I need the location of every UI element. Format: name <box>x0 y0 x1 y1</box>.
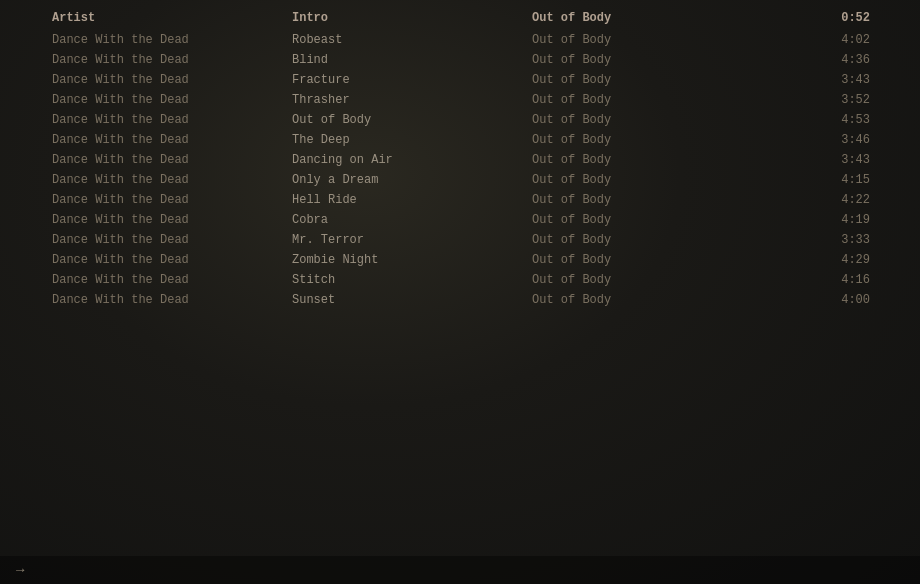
track-duration: 4:53 <box>732 112 870 128</box>
track-artist: Dance With the Dead <box>52 32 292 48</box>
track-album: Out of Body <box>532 152 732 168</box>
track-artist: Dance With the Dead <box>52 72 292 88</box>
arrow-icon: → <box>16 562 24 578</box>
track-duration: 3:46 <box>732 132 870 148</box>
track-artist: Dance With the Dead <box>52 172 292 188</box>
track-list-header: Artist Intro Out of Body 0:52 <box>0 8 920 28</box>
track-title: The Deep <box>292 132 532 148</box>
table-row[interactable]: Dance With the DeadMr. TerrorOut of Body… <box>0 230 920 250</box>
table-row[interactable]: Dance With the DeadThe DeepOut of Body3:… <box>0 130 920 150</box>
track-album: Out of Body <box>532 272 732 288</box>
table-row[interactable]: Dance With the DeadOut of BodyOut of Bod… <box>0 110 920 130</box>
header-title: Intro <box>292 10 532 26</box>
track-duration: 4:00 <box>732 292 870 308</box>
header-album: Out of Body <box>532 10 732 26</box>
track-title: Mr. Terror <box>292 232 532 248</box>
track-title: Out of Body <box>292 112 532 128</box>
table-row[interactable]: Dance With the DeadHell RideOut of Body4… <box>0 190 920 210</box>
table-row[interactable]: Dance With the DeadStitchOut of Body4:16 <box>0 270 920 290</box>
table-row[interactable]: Dance With the DeadBlindOut of Body4:36 <box>0 50 920 70</box>
track-artist: Dance With the Dead <box>52 292 292 308</box>
track-artist: Dance With the Dead <box>52 232 292 248</box>
table-row[interactable]: Dance With the DeadZombie NightOut of Bo… <box>0 250 920 270</box>
table-row[interactable]: Dance With the DeadThrasherOut of Body3:… <box>0 90 920 110</box>
track-artist: Dance With the Dead <box>52 212 292 228</box>
track-artist: Dance With the Dead <box>52 252 292 268</box>
track-artist: Dance With the Dead <box>52 52 292 68</box>
track-album: Out of Body <box>532 112 732 128</box>
table-row[interactable]: Dance With the DeadRobeastOut of Body4:0… <box>0 30 920 50</box>
track-artist: Dance With the Dead <box>52 272 292 288</box>
track-artist: Dance With the Dead <box>52 192 292 208</box>
track-album: Out of Body <box>532 72 732 88</box>
track-album: Out of Body <box>532 172 732 188</box>
track-album: Out of Body <box>532 292 732 308</box>
track-list: Artist Intro Out of Body 0:52 Dance With… <box>0 0 920 318</box>
track-artist: Dance With the Dead <box>52 92 292 108</box>
track-duration: 4:22 <box>732 192 870 208</box>
track-album: Out of Body <box>532 52 732 68</box>
track-artist: Dance With the Dead <box>52 152 292 168</box>
track-title: Blind <box>292 52 532 68</box>
track-album: Out of Body <box>532 192 732 208</box>
track-artist: Dance With the Dead <box>52 132 292 148</box>
table-row[interactable]: Dance With the DeadSunsetOut of Body4:00 <box>0 290 920 310</box>
track-duration: 4:16 <box>732 272 870 288</box>
track-duration: 4:36 <box>732 52 870 68</box>
header-artist: Artist <box>52 10 292 26</box>
track-title: Hell Ride <box>292 192 532 208</box>
track-title: Thrasher <box>292 92 532 108</box>
track-album: Out of Body <box>532 252 732 268</box>
bottom-bar: → <box>0 556 920 584</box>
track-title: Dancing on Air <box>292 152 532 168</box>
header-duration: 0:52 <box>732 10 870 26</box>
track-artist: Dance With the Dead <box>52 112 292 128</box>
track-title: Cobra <box>292 212 532 228</box>
track-album: Out of Body <box>532 212 732 228</box>
track-duration: 3:43 <box>732 72 870 88</box>
track-duration: 3:43 <box>732 152 870 168</box>
track-duration: 4:29 <box>732 252 870 268</box>
track-album: Out of Body <box>532 132 732 148</box>
table-row[interactable]: Dance With the DeadFractureOut of Body3:… <box>0 70 920 90</box>
track-title: Zombie Night <box>292 252 532 268</box>
track-duration: 3:33 <box>732 232 870 248</box>
track-album: Out of Body <box>532 92 732 108</box>
track-album: Out of Body <box>532 232 732 248</box>
table-row[interactable]: Dance With the DeadCobraOut of Body4:19 <box>0 210 920 230</box>
track-title: Sunset <box>292 292 532 308</box>
track-title: Fracture <box>292 72 532 88</box>
track-title: Stitch <box>292 272 532 288</box>
track-duration: 4:19 <box>732 212 870 228</box>
table-row[interactable]: Dance With the DeadOnly a DreamOut of Bo… <box>0 170 920 190</box>
track-title: Only a Dream <box>292 172 532 188</box>
track-title: Robeast <box>292 32 532 48</box>
track-duration: 4:02 <box>732 32 870 48</box>
track-duration: 4:15 <box>732 172 870 188</box>
track-duration: 3:52 <box>732 92 870 108</box>
track-album: Out of Body <box>532 32 732 48</box>
table-row[interactable]: Dance With the DeadDancing on AirOut of … <box>0 150 920 170</box>
